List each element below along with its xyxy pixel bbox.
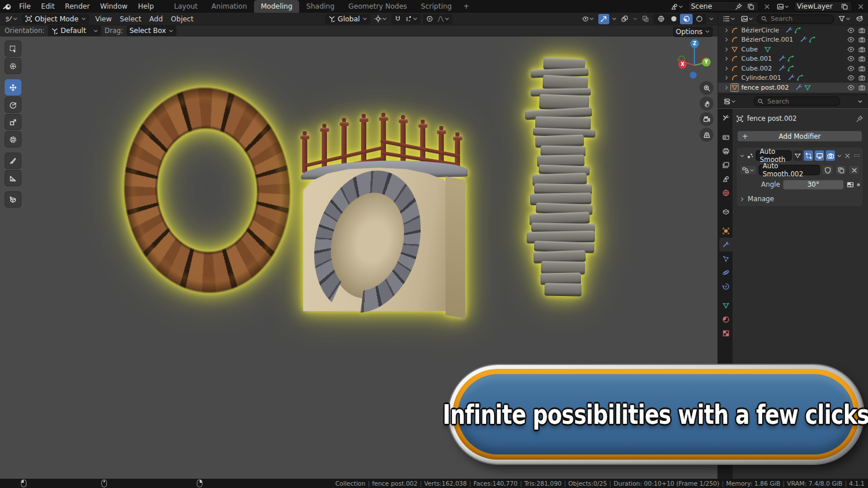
scene-name[interactable]: Scene [691, 2, 731, 10]
properties-options-chevron[interactable] [856, 96, 865, 106]
properties-tab-physics[interactable] [719, 265, 733, 279]
material-preview-icon[interactable] [680, 14, 693, 24]
options-button[interactable]: Options [673, 27, 713, 37]
properties-tab-object[interactable] [719, 224, 733, 238]
outliner-display-mode-icon[interactable] [739, 14, 755, 24]
rotate-tool[interactable] [5, 97, 21, 113]
camera-icon[interactable] [858, 46, 866, 53]
scene-unlink-close-icon[interactable] [762, 1, 772, 12]
camera-icon[interactable] [858, 27, 866, 34]
outliner-search-input[interactable] [770, 14, 830, 23]
eye-icon[interactable] [847, 65, 855, 72]
ortho-grid-icon[interactable] [700, 128, 713, 142]
menu-edit[interactable]: Edit [36, 0, 60, 13]
falloff-icon[interactable] [435, 14, 451, 24]
eye-icon[interactable] [847, 74, 855, 82]
proportional-icon[interactable] [424, 14, 435, 24]
cage-display-toggle[interactable] [804, 150, 813, 161]
tab-animation[interactable]: Animation [205, 0, 254, 13]
outliner-item-cube[interactable]: Cube [718, 45, 868, 54]
tab-geometry-nodes[interactable]: Geometry Nodes [341, 0, 414, 13]
blender-logo-icon[interactable] [0, 0, 14, 13]
wireframe-icon[interactable] [654, 14, 667, 24]
node-group-name-field[interactable]: Auto Smooth.002 [759, 165, 820, 175]
stone-bridge-object[interactable] [300, 87, 471, 320]
view-navigation-gizmo[interactable]: XYZ [670, 42, 718, 82]
unlink-close-icon[interactable] [848, 165, 860, 175]
measure-tool[interactable] [5, 170, 21, 186]
camera-icon[interactable] [858, 55, 866, 62]
mode-selector[interactable]: Object Mode [22, 14, 89, 24]
properties-tab-output[interactable] [719, 144, 733, 158]
properties-tab-render[interactable] [719, 130, 733, 144]
expand-chevron-icon[interactable] [724, 28, 729, 33]
properties-tab-scene[interactable] [719, 172, 733, 186]
scene-icon[interactable] [670, 1, 685, 12]
gizmo-axis-X[interactable]: X [678, 60, 687, 69]
xray-icon[interactable] [640, 14, 651, 24]
properties-tab-world[interactable] [719, 186, 733, 199]
outliner-item-cube-002[interactable]: Cube.002 [718, 64, 868, 73]
viewport-menu-add[interactable]: Add [145, 15, 167, 23]
properties-tab-collection[interactable] [719, 205, 733, 219]
properties-tab-data[interactable] [719, 298, 733, 312]
add-cube-tool[interactable] [5, 191, 21, 208]
expand-chevron-icon[interactable] [724, 85, 729, 90]
expand-chevron-icon[interactable] [724, 56, 729, 61]
stone-stack-object[interactable] [521, 60, 603, 352]
outliner-item-cylinder-001[interactable]: Cylinder.001 [718, 73, 868, 83]
properties-tab-texture[interactable] [719, 326, 733, 340]
overlays-icon[interactable] [619, 14, 630, 24]
camera-icon[interactable] [858, 84, 866, 91]
eye-icon[interactable] [847, 55, 855, 62]
gizmo-icon[interactable] [598, 14, 609, 24]
copy-icon[interactable] [746, 1, 756, 12]
viewlayer-remove-close-icon[interactable] [856, 1, 866, 12]
outliner-item-béziercircle[interactable]: BézierCircle [718, 25, 868, 35]
viewport-display-toggle[interactable] [815, 150, 824, 161]
menu-file[interactable]: File [14, 0, 36, 13]
properties-tab-tool[interactable] [719, 111, 733, 125]
properties-tab-material[interactable] [719, 312, 733, 326]
annotate-tool[interactable] [5, 153, 21, 169]
rendered-icon[interactable] [693, 14, 705, 24]
expand-chevron-icon[interactable] [740, 153, 745, 158]
outliner-search[interactable] [757, 14, 834, 24]
outliner-item-fence-post-002[interactable]: fence post.002 [718, 83, 868, 93]
properties-tab-modifiers[interactable] [719, 238, 733, 252]
manage-subpanel[interactable]: Manage [740, 195, 860, 203]
animate-dot[interactable] [857, 183, 860, 186]
camera-icon[interactable] [858, 65, 866, 72]
transform-orientation-selector[interactable]: Global [325, 14, 370, 24]
editmode-display-toggle[interactable] [793, 150, 803, 161]
pin-icon[interactable] [734, 1, 744, 12]
tab-shading[interactable]: Shading [299, 0, 341, 13]
add-modifier-button[interactable]: + Add Modifier [737, 131, 862, 142]
select-box-tool[interactable] [5, 40, 21, 57]
scale-tool[interactable] [5, 114, 21, 130]
modifier-name-field[interactable]: Auto Smooth [756, 150, 792, 161]
drag-dropdown[interactable]: Select Box [127, 25, 176, 36]
properties-editor-icon[interactable] [722, 96, 738, 106]
modifier-close-icon[interactable] [844, 152, 851, 160]
camera-icon[interactable] [858, 36, 866, 43]
properties-search[interactable] [753, 97, 840, 106]
filter-funnel-icon[interactable] [836, 14, 852, 24]
tab-modeling[interactable]: Modeling [254, 0, 300, 13]
wooden-ring-object[interactable] [116, 80, 299, 300]
eye-icon[interactable] [847, 84, 855, 91]
eye-icon[interactable] [847, 36, 855, 43]
viewport-menu-view[interactable]: View [91, 15, 116, 23]
node-tree-selector[interactable] [740, 165, 757, 175]
pivot-icon[interactable] [373, 14, 389, 24]
properties-tab-view-layer[interactable] [719, 158, 733, 172]
outliner-item-béziercircle-001[interactable]: BézierCircle.001 [718, 35, 868, 45]
properties-tab-constraints[interactable] [719, 279, 733, 293]
tab-scripting[interactable]: Scripting [414, 0, 458, 13]
copy-icon[interactable] [840, 1, 849, 12]
render-display-toggle[interactable] [826, 150, 835, 161]
gizmo-axis-Y[interactable]: Y [702, 58, 711, 66]
visibility-eye-icon[interactable] [580, 14, 596, 24]
properties-tab-particles[interactable] [719, 252, 733, 265]
editor-3dview-icon[interactable] [3, 14, 20, 24]
